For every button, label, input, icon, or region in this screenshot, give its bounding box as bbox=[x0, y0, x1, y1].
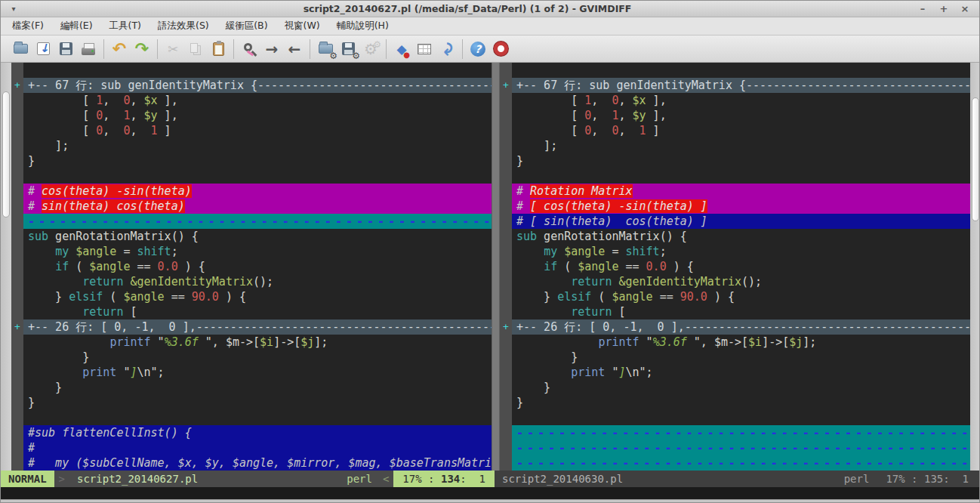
code-line[interactable]: if ( $angle == 0.0 ) { bbox=[11, 259, 492, 274]
line-text: if ( $angle == 0.0 ) { bbox=[512, 259, 970, 274]
diff-changed-line[interactable]: # Rotation Matrix bbox=[500, 184, 970, 199]
window-menu-icon[interactable]: ▾ bbox=[1, 5, 26, 13]
code-line[interactable]: print "]\n"; bbox=[11, 365, 492, 380]
code-line[interactable]: return [ bbox=[11, 304, 492, 319]
diff-added-line[interactable]: # [ sin(theta) cos(theta) ] bbox=[500, 214, 970, 229]
code-line[interactable]: [ 0, 0, 1 ] bbox=[11, 123, 492, 138]
empty-line[interactable] bbox=[500, 168, 970, 184]
empty-line[interactable] bbox=[11, 63, 492, 78]
code-line[interactable]: print "]\n"; bbox=[500, 365, 970, 380]
menu-item-6[interactable]: 輔助說明(H) bbox=[330, 18, 396, 34]
save-icon[interactable] bbox=[32, 39, 54, 59]
diff-added-line[interactable]: # bbox=[11, 440, 492, 455]
diff-filler-line[interactable]: ----------------------------------------… bbox=[500, 425, 970, 440]
code-line[interactable]: sub genRotationMatrix() { bbox=[11, 229, 492, 244]
fold-line[interactable]: ++-- 26 行: [ 0, -1, 0 ],----------------… bbox=[500, 319, 970, 335]
diff-filler-line[interactable]: ----------------------------------------… bbox=[11, 214, 492, 229]
code-line[interactable]: } bbox=[500, 153, 970, 168]
command-line[interactable] bbox=[1, 487, 979, 499]
window-separator[interactable] bbox=[492, 63, 500, 471]
fold-column bbox=[11, 153, 23, 168]
help-icon[interactable]: ? bbox=[467, 39, 489, 59]
undo-icon[interactable]: ↶ bbox=[108, 39, 131, 59]
right-scrollbar[interactable] bbox=[970, 63, 980, 471]
open-icon[interactable] bbox=[9, 39, 32, 59]
code-line[interactable]: if ( $angle == 0.0 ) { bbox=[500, 259, 970, 274]
code-line[interactable]: } bbox=[11, 380, 492, 395]
code-line[interactable]: return &genIdentityMatrix(); bbox=[500, 274, 970, 289]
right-scrollbar-thumb[interactable] bbox=[972, 97, 979, 221]
find-prev-icon[interactable]: ← bbox=[283, 39, 306, 59]
save-all-icon[interactable] bbox=[54, 39, 77, 59]
code-line[interactable]: [ 0, 1, $y ], bbox=[500, 108, 970, 123]
menu-item-2[interactable]: 工具(T) bbox=[103, 18, 148, 34]
run-script-icon[interactable]: ⚙ bbox=[359, 39, 382, 59]
diff-pane-left[interactable]: ++-- 67 行: sub genIdentityMatrix {------… bbox=[11, 63, 492, 471]
menu-item-0[interactable]: 檔案(F) bbox=[5, 18, 51, 34]
diff-changed-line[interactable]: # cos(theta) -sin(theta) bbox=[11, 184, 492, 199]
code-line[interactable]: printf "%3.6f ", $m->[$i]->[$j]; bbox=[11, 335, 492, 350]
load-session-icon[interactable] bbox=[314, 39, 337, 59]
tag-jump-icon[interactable]: ↷ bbox=[437, 38, 457, 60]
diff-filler-line[interactable]: ----------------------------------------… bbox=[500, 455, 970, 471]
code-line[interactable]: } elsif ( $angle == 90.0 ) { bbox=[11, 289, 492, 304]
code-line[interactable]: my $angle = shift; bbox=[11, 244, 492, 259]
cut-icon[interactable]: ✂ bbox=[162, 39, 184, 59]
menu-item-3[interactable]: 語法效果(S) bbox=[151, 18, 216, 34]
code-line[interactable]: } bbox=[500, 380, 970, 395]
code-line[interactable]: [ 0, 1, $y ], bbox=[11, 108, 492, 123]
diff-added-line[interactable]: # my ($subCellName, $x, $y, $angle, $mir… bbox=[11, 455, 492, 471]
line-text: printf "%3.6f ", $m->[$i]->[$j]; bbox=[512, 335, 970, 350]
fold-line[interactable]: ++-- 26 行: [ 0, -1, 0 ],----------------… bbox=[11, 319, 492, 335]
maximize-button[interactable]: + bbox=[937, 3, 951, 14]
code-line[interactable]: } bbox=[500, 350, 970, 365]
menu-item-5[interactable]: 視窗(W) bbox=[278, 18, 327, 34]
code-line[interactable]: printf "%3.6f ", $m->[$i]->[$j]; bbox=[500, 335, 970, 350]
code-line[interactable]: return &genIdentityMatrix(); bbox=[11, 274, 492, 289]
menu-item-4[interactable]: 緩衝區(B) bbox=[219, 18, 275, 34]
paste-icon[interactable] bbox=[207, 39, 230, 59]
empty-line[interactable] bbox=[500, 63, 970, 78]
code-line[interactable]: } bbox=[11, 395, 492, 410]
save-session-icon[interactable] bbox=[337, 39, 359, 59]
code-line[interactable]: [ 1, 0, $x ], bbox=[11, 93, 492, 108]
code-line[interactable]: } elsif ( $angle == 90.0 ) { bbox=[500, 289, 970, 304]
code-line[interactable]: return [ bbox=[500, 304, 970, 319]
code-line[interactable]: [ 0, 0, 1 ] bbox=[500, 123, 970, 138]
diff-pane-right[interactable]: ++-- 67 行: sub genIdentityMatrix {------… bbox=[500, 63, 970, 471]
find-replace-icon[interactable] bbox=[238, 39, 260, 59]
code-line[interactable]: } bbox=[11, 350, 492, 365]
fold-column bbox=[500, 335, 512, 350]
code-line[interactable]: } bbox=[11, 153, 492, 168]
diff-changed-line[interactable]: # [ cos(theta) -sin(theta) ] bbox=[500, 199, 970, 214]
close-button[interactable]: × bbox=[958, 3, 972, 14]
code-line[interactable]: ]; bbox=[500, 138, 970, 153]
menu-item-1[interactable]: 編輯(E) bbox=[54, 18, 100, 34]
code-line[interactable]: my $angle = shift; bbox=[500, 244, 970, 259]
code-line[interactable]: } bbox=[500, 395, 970, 410]
fold-line[interactable]: ++-- 67 行: sub genIdentityMatrix {------… bbox=[11, 78, 492, 93]
left-scrollbar[interactable] bbox=[1, 63, 11, 471]
diff-filler-line[interactable]: ----------------------------------------… bbox=[500, 440, 970, 455]
find-help-icon[interactable] bbox=[489, 39, 512, 59]
make-icon[interactable]: ◆ bbox=[390, 39, 413, 59]
redo-icon[interactable]: ↷ bbox=[131, 39, 153, 59]
code-line[interactable]: ]; bbox=[11, 138, 492, 153]
find-next-icon[interactable]: → bbox=[260, 39, 283, 59]
code-line[interactable]: sub genRotationMatrix() { bbox=[500, 229, 970, 244]
empty-line[interactable] bbox=[11, 410, 492, 425]
print-icon[interactable] bbox=[77, 39, 100, 59]
minimize-button[interactable]: – bbox=[916, 3, 929, 14]
titlebar[interactable]: ▾ script2_20140627.pl (/media/sf_Data/Pe… bbox=[1, 1, 979, 17]
line-text: sub genRotationMatrix() { bbox=[23, 229, 492, 244]
left-scrollbar-thumb[interactable] bbox=[2, 91, 10, 218]
diff-changed-line[interactable]: # sin(theta) cos(theta) bbox=[11, 199, 492, 214]
empty-line[interactable] bbox=[11, 168, 492, 184]
fold-line[interactable]: ++-- 67 行: sub genIdentityMatrix {------… bbox=[500, 78, 970, 93]
fold-column bbox=[11, 380, 23, 395]
copy-icon[interactable] bbox=[184, 39, 207, 59]
code-line[interactable]: [ 1, 0, $x ], bbox=[500, 93, 970, 108]
diff-added-line[interactable]: #sub flattenCellInst() { bbox=[11, 425, 492, 440]
empty-line[interactable] bbox=[500, 410, 970, 425]
run-ctags-icon[interactable] bbox=[413, 39, 436, 59]
